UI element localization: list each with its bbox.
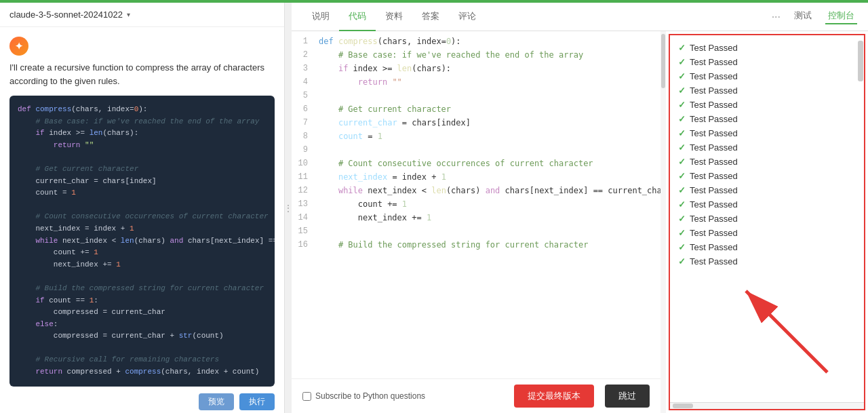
editor-line-2: 2 # Base case: if we've reached the end … (292, 50, 660, 64)
assistant-icon-symbol: ✦ (15, 41, 23, 52)
action-buttons: 提交最终版本 跳过 (514, 385, 650, 408)
check-icon: ✓ (678, 128, 686, 138)
test-result-label: Test Passed (690, 100, 738, 110)
code-line-6: # Get current character (18, 163, 267, 176)
check-icon: ✓ (678, 142, 686, 153)
test-result-row: ✓ Test Passed (678, 254, 856, 269)
tab-test[interactable]: 测试 (791, 9, 814, 24)
code-line-23: return compressed + compress(chars, inde… (18, 366, 267, 378)
test-result-row: ✓ Test Passed (678, 126, 856, 140)
tab-console[interactable]: 控制台 (825, 9, 857, 24)
subscribe-checkbox-area: Subscribe to Python questions (302, 391, 425, 401)
tab-code-label: 代码 (349, 10, 366, 22)
submit-button[interactable]: 提交最终版本 (514, 385, 594, 408)
check-icon: ✓ (678, 228, 686, 238)
test-result-row: ✓ Test Passed (678, 112, 856, 126)
code-line-22: # Recursive call for remaining character… (18, 354, 267, 366)
test-result-row: ✓ Test Passed (678, 41, 856, 55)
right-panel: 说明 代码 资料 答案 评论 ··· (292, 3, 868, 413)
editor-scrollbar[interactable] (660, 31, 666, 413)
editor-footer: Subscribe to Python questions 提交最终版本 跳过 (292, 378, 660, 413)
model-name-label: claude-3-5-sonnet-20241022 (9, 9, 123, 20)
editor-line-3: 3 if index >= len(chars): (292, 64, 660, 77)
tabs-more-button[interactable]: ··· (772, 11, 781, 23)
tab-code[interactable]: 代码 (339, 3, 376, 31)
preview-button[interactable]: 预览 (199, 393, 234, 410)
code-line-4: return "" (18, 140, 267, 152)
code-line-21 (18, 342, 267, 355)
code-line-11: next_index = index + 1 (18, 223, 267, 235)
test-result-label: Test Passed (690, 57, 738, 67)
test-result-label: Test Passed (690, 142, 738, 153)
editor-line-8: 8 count = 1 (292, 132, 660, 145)
editor-line-13: 13 count += 1 (292, 199, 660, 213)
test-result-row: ✓ Test Passed (678, 240, 856, 254)
tab-description[interactable]: 说明 (302, 3, 339, 31)
code-line-9 (18, 199, 267, 212)
check-icon: ✓ (678, 185, 686, 195)
code-line-20: compressed = current_char + str(count) (18, 330, 267, 342)
code-area[interactable]: 1 def compress(chars, index=0): 2 # Base… (292, 31, 660, 378)
results-panel: ✓ Test Passed ✓ Test Passed ✓ Test Passe… (669, 34, 865, 410)
test-result-row: ✓ Test Passed (678, 140, 856, 155)
editor-line-15: 15 (292, 227, 660, 240)
code-line-5 (18, 151, 267, 163)
subscribe-checkbox[interactable] (302, 392, 311, 401)
results-horizontal-scrollbar[interactable] (670, 402, 864, 409)
code-line-18: compressed = current_char (18, 307, 267, 319)
check-icon: ✓ (678, 256, 686, 267)
test-result-row: ✓ Test Passed (678, 155, 856, 169)
code-line-13: count += 1 (18, 247, 267, 259)
editor-line-1: 1 def compress(chars, index=0): (292, 37, 660, 50)
tabs-right: 测试 控制台 (791, 9, 857, 24)
check-icon: ✓ (678, 43, 686, 53)
editor-line-4: 4 return "" (292, 77, 660, 91)
test-result-row: ✓ Test Passed (678, 55, 856, 69)
check-icon: ✓ (678, 157, 686, 167)
tab-resources-label: 资料 (385, 10, 403, 22)
editor-line-11: 11 next_index = index + 1 (292, 172, 660, 186)
code-line-12: while next_index < len(chars) and chars[… (18, 235, 267, 248)
test-result-label: Test Passed (690, 242, 738, 252)
results-scroll-thumb (673, 404, 693, 408)
test-result-label: Test Passed (690, 128, 738, 138)
check-icon: ✓ (678, 57, 686, 67)
check-icon: ✓ (678, 199, 686, 210)
tab-resources[interactable]: 资料 (376, 3, 412, 31)
run-button[interactable]: 执行 (239, 393, 275, 410)
code-line-19: else: (18, 319, 267, 331)
test-result-row: ✓ Test Passed (678, 69, 856, 83)
test-result-label: Test Passed (690, 114, 738, 124)
tab-answer-label: 答案 (422, 10, 439, 22)
code-line-17: if count == 1: (18, 295, 267, 307)
tab-description-label: 说明 (312, 10, 330, 22)
test-result-label: Test Passed (690, 85, 738, 96)
tab-comments[interactable]: 评论 (449, 3, 486, 31)
tab-answer[interactable]: 答案 (412, 3, 449, 31)
chevron-down-icon[interactable]: ▾ (127, 11, 130, 18)
skip-button[interactable]: 跳过 (605, 385, 650, 408)
results-scroll-area[interactable]: ✓ Test Passed ✓ Test Passed ✓ Test Passe… (670, 35, 864, 402)
test-result-label: Test Passed (690, 214, 738, 224)
editor-line-12: 12 while next_index < len(chars) and cha… (292, 186, 660, 199)
resize-handle[interactable]: ⋮ (285, 3, 292, 413)
check-icon: ✓ (678, 100, 686, 110)
editor-line-5: 5 (292, 91, 660, 104)
assistant-message: I'll create a recursive function to comp… (9, 61, 275, 87)
code-line-16: # Build the compressed string for curren… (18, 283, 267, 295)
code-line-7: current_char = chars[index] (18, 176, 267, 188)
editor-line-9: 9 (292, 145, 660, 159)
test-result-row: ✓ Test Passed (678, 226, 856, 240)
chat-body: ✦ I'll create a recursive function to co… (0, 27, 284, 413)
test-result-row: ✓ Test Passed (678, 197, 856, 212)
results-vertical-scrollbar-thumb (858, 41, 863, 81)
tab-test-label: 测试 (794, 10, 812, 20)
tab-console-label: 控制台 (828, 10, 854, 20)
code-line-14: next_index += 1 (18, 259, 267, 271)
test-result-row: ✓ Test Passed (678, 183, 856, 197)
code-line-15 (18, 271, 267, 283)
ellipsis-icon: ··· (772, 11, 781, 22)
editor-scrollbar-thumb (661, 34, 665, 88)
check-icon: ✓ (678, 71, 686, 81)
test-result-label: Test Passed (690, 199, 738, 210)
